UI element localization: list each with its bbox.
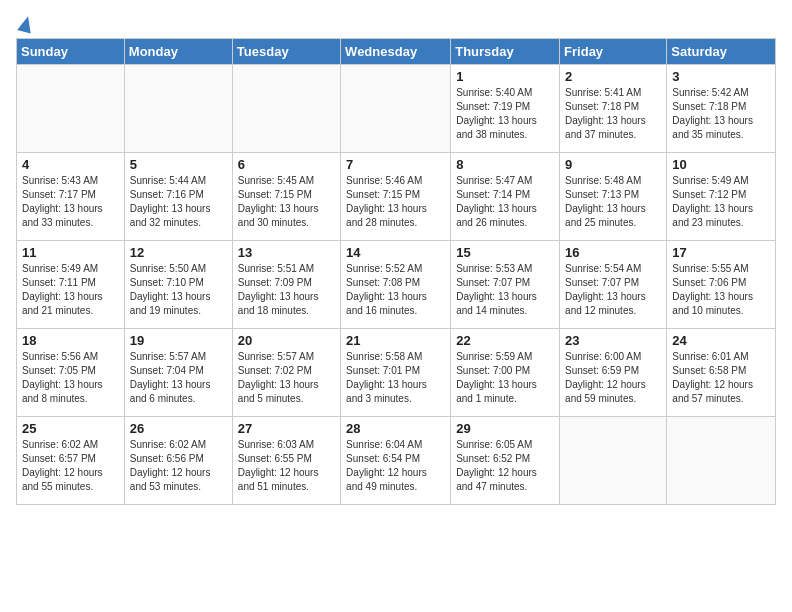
- calendar-week-row: 4Sunrise: 5:43 AMSunset: 7:17 PMDaylight…: [17, 153, 776, 241]
- calendar-day-cell: 3Sunrise: 5:42 AMSunset: 7:18 PMDaylight…: [667, 65, 776, 153]
- day-number: 22: [456, 333, 554, 348]
- day-number: 13: [238, 245, 335, 260]
- calendar-day-cell: 23Sunrise: 6:00 AMSunset: 6:59 PMDayligh…: [560, 329, 667, 417]
- calendar-day-cell: 5Sunrise: 5:44 AMSunset: 7:16 PMDaylight…: [124, 153, 232, 241]
- day-info: Sunrise: 5:47 AMSunset: 7:14 PMDaylight:…: [456, 174, 554, 230]
- weekday-header: Friday: [560, 39, 667, 65]
- calendar-day-cell: 6Sunrise: 5:45 AMSunset: 7:15 PMDaylight…: [232, 153, 340, 241]
- day-info: Sunrise: 6:01 AMSunset: 6:58 PMDaylight:…: [672, 350, 770, 406]
- calendar-day-cell: [232, 65, 340, 153]
- calendar-day-cell: 2Sunrise: 5:41 AMSunset: 7:18 PMDaylight…: [560, 65, 667, 153]
- calendar-day-cell: 21Sunrise: 5:58 AMSunset: 7:01 PMDayligh…: [341, 329, 451, 417]
- logo-triangle-icon: [17, 14, 35, 33]
- day-number: 9: [565, 157, 661, 172]
- day-info: Sunrise: 5:59 AMSunset: 7:00 PMDaylight:…: [456, 350, 554, 406]
- day-number: 28: [346, 421, 445, 436]
- calendar-day-cell: 18Sunrise: 5:56 AMSunset: 7:05 PMDayligh…: [17, 329, 125, 417]
- day-info: Sunrise: 5:49 AMSunset: 7:12 PMDaylight:…: [672, 174, 770, 230]
- day-info: Sunrise: 6:00 AMSunset: 6:59 PMDaylight:…: [565, 350, 661, 406]
- calendar-week-row: 18Sunrise: 5:56 AMSunset: 7:05 PMDayligh…: [17, 329, 776, 417]
- calendar-week-row: 25Sunrise: 6:02 AMSunset: 6:57 PMDayligh…: [17, 417, 776, 505]
- day-info: Sunrise: 5:53 AMSunset: 7:07 PMDaylight:…: [456, 262, 554, 318]
- calendar-header-row: SundayMondayTuesdayWednesdayThursdayFrid…: [17, 39, 776, 65]
- calendar-day-cell: 20Sunrise: 5:57 AMSunset: 7:02 PMDayligh…: [232, 329, 340, 417]
- calendar-day-cell: 7Sunrise: 5:46 AMSunset: 7:15 PMDaylight…: [341, 153, 451, 241]
- day-number: 17: [672, 245, 770, 260]
- calendar-day-cell: [560, 417, 667, 505]
- day-info: Sunrise: 5:49 AMSunset: 7:11 PMDaylight:…: [22, 262, 119, 318]
- calendar-day-cell: 26Sunrise: 6:02 AMSunset: 6:56 PMDayligh…: [124, 417, 232, 505]
- day-info: Sunrise: 6:04 AMSunset: 6:54 PMDaylight:…: [346, 438, 445, 494]
- day-info: Sunrise: 5:41 AMSunset: 7:18 PMDaylight:…: [565, 86, 661, 142]
- day-info: Sunrise: 6:02 AMSunset: 6:57 PMDaylight:…: [22, 438, 119, 494]
- day-info: Sunrise: 5:42 AMSunset: 7:18 PMDaylight:…: [672, 86, 770, 142]
- day-number: 6: [238, 157, 335, 172]
- day-info: Sunrise: 5:50 AMSunset: 7:10 PMDaylight:…: [130, 262, 227, 318]
- day-info: Sunrise: 6:05 AMSunset: 6:52 PMDaylight:…: [456, 438, 554, 494]
- calendar-day-cell: [124, 65, 232, 153]
- day-info: Sunrise: 5:44 AMSunset: 7:16 PMDaylight:…: [130, 174, 227, 230]
- calendar-day-cell: [341, 65, 451, 153]
- day-number: 8: [456, 157, 554, 172]
- calendar-week-row: 11Sunrise: 5:49 AMSunset: 7:11 PMDayligh…: [17, 241, 776, 329]
- day-number: 12: [130, 245, 227, 260]
- calendar-day-cell: 16Sunrise: 5:54 AMSunset: 7:07 PMDayligh…: [560, 241, 667, 329]
- calendar-day-cell: 8Sunrise: 5:47 AMSunset: 7:14 PMDaylight…: [451, 153, 560, 241]
- day-info: Sunrise: 5:45 AMSunset: 7:15 PMDaylight:…: [238, 174, 335, 230]
- day-number: 20: [238, 333, 335, 348]
- day-number: 18: [22, 333, 119, 348]
- day-info: Sunrise: 5:56 AMSunset: 7:05 PMDaylight:…: [22, 350, 119, 406]
- day-info: Sunrise: 5:48 AMSunset: 7:13 PMDaylight:…: [565, 174, 661, 230]
- calendar-day-cell: 25Sunrise: 6:02 AMSunset: 6:57 PMDayligh…: [17, 417, 125, 505]
- day-number: 27: [238, 421, 335, 436]
- day-info: Sunrise: 5:52 AMSunset: 7:08 PMDaylight:…: [346, 262, 445, 318]
- calendar-day-cell: 22Sunrise: 5:59 AMSunset: 7:00 PMDayligh…: [451, 329, 560, 417]
- weekday-header: Monday: [124, 39, 232, 65]
- calendar-day-cell: 13Sunrise: 5:51 AMSunset: 7:09 PMDayligh…: [232, 241, 340, 329]
- day-info: Sunrise: 5:54 AMSunset: 7:07 PMDaylight:…: [565, 262, 661, 318]
- day-number: 11: [22, 245, 119, 260]
- day-info: Sunrise: 5:57 AMSunset: 7:04 PMDaylight:…: [130, 350, 227, 406]
- day-number: 25: [22, 421, 119, 436]
- day-number: 21: [346, 333, 445, 348]
- day-number: 19: [130, 333, 227, 348]
- calendar-day-cell: 28Sunrise: 6:04 AMSunset: 6:54 PMDayligh…: [341, 417, 451, 505]
- weekday-header: Wednesday: [341, 39, 451, 65]
- calendar-day-cell: 27Sunrise: 6:03 AMSunset: 6:55 PMDayligh…: [232, 417, 340, 505]
- calendar-day-cell: 24Sunrise: 6:01 AMSunset: 6:58 PMDayligh…: [667, 329, 776, 417]
- day-info: Sunrise: 5:40 AMSunset: 7:19 PMDaylight:…: [456, 86, 554, 142]
- calendar-day-cell: 15Sunrise: 5:53 AMSunset: 7:07 PMDayligh…: [451, 241, 560, 329]
- day-number: 15: [456, 245, 554, 260]
- day-info: Sunrise: 6:03 AMSunset: 6:55 PMDaylight:…: [238, 438, 335, 494]
- weekday-header: Saturday: [667, 39, 776, 65]
- calendar-table: SundayMondayTuesdayWednesdayThursdayFrid…: [16, 38, 776, 505]
- day-number: 10: [672, 157, 770, 172]
- day-number: 5: [130, 157, 227, 172]
- day-info: Sunrise: 6:02 AMSunset: 6:56 PMDaylight:…: [130, 438, 227, 494]
- day-info: Sunrise: 5:55 AMSunset: 7:06 PMDaylight:…: [672, 262, 770, 318]
- day-number: 4: [22, 157, 119, 172]
- calendar-day-cell: [667, 417, 776, 505]
- day-number: 14: [346, 245, 445, 260]
- day-number: 16: [565, 245, 661, 260]
- calendar-day-cell: 4Sunrise: 5:43 AMSunset: 7:17 PMDaylight…: [17, 153, 125, 241]
- calendar-day-cell: 1Sunrise: 5:40 AMSunset: 7:19 PMDaylight…: [451, 65, 560, 153]
- calendar-day-cell: 12Sunrise: 5:50 AMSunset: 7:10 PMDayligh…: [124, 241, 232, 329]
- calendar-day-cell: [17, 65, 125, 153]
- calendar-day-cell: 19Sunrise: 5:57 AMSunset: 7:04 PMDayligh…: [124, 329, 232, 417]
- weekday-header: Thursday: [451, 39, 560, 65]
- calendar-day-cell: 29Sunrise: 6:05 AMSunset: 6:52 PMDayligh…: [451, 417, 560, 505]
- weekday-header: Sunday: [17, 39, 125, 65]
- calendar-day-cell: 10Sunrise: 5:49 AMSunset: 7:12 PMDayligh…: [667, 153, 776, 241]
- logo: [16, 16, 33, 30]
- day-info: Sunrise: 5:46 AMSunset: 7:15 PMDaylight:…: [346, 174, 445, 230]
- day-number: 26: [130, 421, 227, 436]
- calendar-day-cell: 17Sunrise: 5:55 AMSunset: 7:06 PMDayligh…: [667, 241, 776, 329]
- day-info: Sunrise: 5:57 AMSunset: 7:02 PMDaylight:…: [238, 350, 335, 406]
- day-number: 23: [565, 333, 661, 348]
- calendar-week-row: 1Sunrise: 5:40 AMSunset: 7:19 PMDaylight…: [17, 65, 776, 153]
- calendar-day-cell: 14Sunrise: 5:52 AMSunset: 7:08 PMDayligh…: [341, 241, 451, 329]
- day-number: 7: [346, 157, 445, 172]
- calendar-day-cell: 9Sunrise: 5:48 AMSunset: 7:13 PMDaylight…: [560, 153, 667, 241]
- day-number: 24: [672, 333, 770, 348]
